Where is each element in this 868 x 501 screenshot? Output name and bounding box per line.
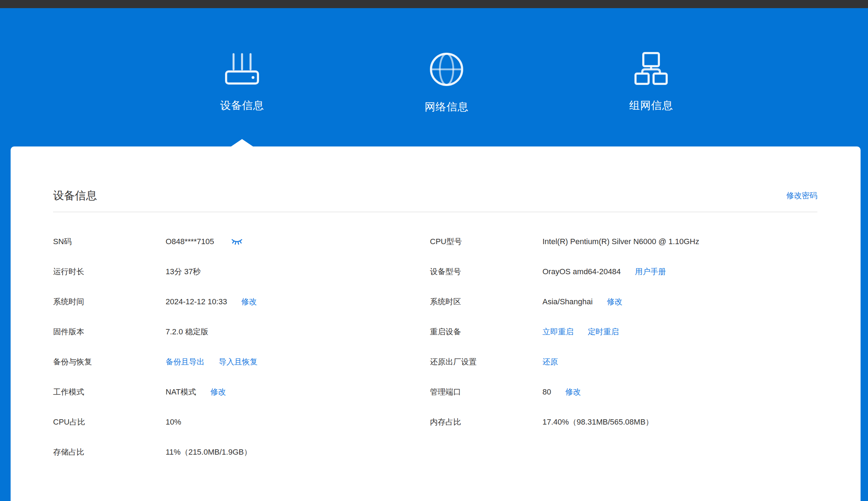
field-value: 13分 37秒 [166, 266, 201, 277]
card-title: 设备信息 [53, 188, 97, 203]
field-value: OrayOS amd64-20484 [542, 267, 621, 276]
field-value-group: O848****7105 [166, 237, 243, 246]
action-link[interactable]: 修改 [565, 387, 581, 397]
info-cell: SN码O848****7105 [53, 236, 430, 247]
info-cell: 固件版本7.2.0 稳定版 [53, 327, 430, 337]
field-label: 系统时间 [53, 296, 166, 307]
field-value: NAT模式 [166, 387, 196, 397]
globe-icon [429, 52, 464, 87]
action-link[interactable]: 修改 [607, 296, 622, 307]
info-cell: 运行时长13分 37秒 [53, 266, 430, 277]
field-value: 7.2.0 稳定版 [166, 327, 208, 337]
field-value: 80 [542, 387, 551, 397]
field-value: 2024-12-12 10:33 [166, 297, 227, 306]
field-label: 设备型号 [430, 266, 542, 277]
change-password-link[interactable]: 修改密码 [786, 190, 817, 201]
info-cell: 系统时间2024-12-12 10:33修改 [53, 296, 430, 307]
tab-device-info[interactable]: 设备信息 [189, 52, 295, 113]
field-value-group: OrayOS amd64-20484用户手册 [542, 266, 666, 277]
action-link[interactable]: 还原 [542, 357, 558, 367]
info-cell: CPU占比10% [53, 417, 430, 427]
field-value-group: Intel(R) Pentium(R) Silver N6000 @ 1.10G… [542, 237, 699, 246]
field-label: 管理端口 [430, 387, 542, 397]
info-cell: 重启设备立即重启定时重启 [430, 327, 817, 337]
field-value-group: 80修改 [542, 387, 581, 397]
info-row: 运行时长13分 37秒设备型号OrayOS amd64-20484用户手册 [53, 257, 817, 287]
field-label: 重启设备 [430, 327, 542, 337]
info-row: 固件版本7.2.0 稳定版重启设备立即重启定时重启 [53, 317, 817, 347]
info-cell: 管理端口80修改 [430, 387, 817, 397]
action-link[interactable]: 备份且导出 [166, 357, 205, 367]
field-label: 备份与恢复 [53, 357, 166, 367]
field-value-group: 13分 37秒 [166, 266, 201, 277]
info-row: CPU占比10%内存占比17.40%（98.31MB/565.08MB） [53, 407, 817, 437]
field-value: Asia/Shanghai [542, 297, 593, 306]
tab-mesh-info[interactable]: 组网信息 [598, 52, 704, 113]
field-value: Intel(R) Pentium(R) Silver N6000 @ 1.10G… [542, 237, 699, 246]
field-label: 固件版本 [53, 327, 166, 337]
action-link[interactable]: 用户手册 [635, 266, 666, 277]
field-value-group: Asia/Shanghai修改 [542, 296, 622, 307]
action-link[interactable]: 修改 [210, 387, 226, 397]
field-value: 10% [166, 418, 181, 427]
field-value: O848****7105 [166, 237, 214, 246]
tab-network-info[interactable]: 网络信息 [393, 52, 500, 114]
info-cell: 工作模式NAT模式修改 [53, 387, 430, 397]
field-label: 还原出厂设置 [430, 357, 542, 367]
field-label: 工作模式 [53, 387, 166, 397]
field-value-group: 17.40%（98.31MB/565.08MB） [542, 417, 653, 427]
field-value-group: 立即重启定时重启 [542, 327, 619, 337]
field-value-group: NAT模式修改 [166, 387, 226, 397]
field-label: 系统时区 [430, 296, 542, 307]
field-value: 17.40%（98.31MB/565.08MB） [542, 417, 653, 427]
tab-label: 组网信息 [598, 98, 704, 113]
info-cell: 还原出厂设置还原 [430, 357, 817, 367]
field-value-group: 2024-12-12 10:33修改 [166, 296, 257, 307]
field-value-group: 还原 [542, 357, 558, 367]
action-link[interactable]: 立即重启 [542, 327, 574, 337]
field-value-group: 11%（215.0MB/1.9GB） [166, 447, 252, 457]
info-cell: 备份与恢复备份且导出导入且恢复 [53, 357, 430, 367]
info-cell: 设备型号OrayOS amd64-20484用户手册 [430, 266, 817, 277]
active-tab-pointer [231, 139, 253, 146]
info-cell: 系统时区Asia/Shanghai修改 [430, 296, 817, 307]
info-row: 系统时间2024-12-12 10:33修改系统时区Asia/Shanghai修… [53, 287, 817, 317]
field-value-group: 7.2.0 稳定版 [166, 327, 208, 337]
field-value: 11%（215.0MB/1.9GB） [166, 447, 252, 457]
top-dark-bar [0, 0, 868, 8]
field-label: SN码 [53, 236, 166, 247]
info-grid: SN码O848****7105 CPU型号Intel(R) Pentium(R)… [53, 212, 817, 467]
info-cell: CPU型号Intel(R) Pentium(R) Silver N6000 @ … [430, 236, 817, 247]
info-cell: 内存占比17.40%（98.31MB/565.08MB） [430, 417, 817, 427]
field-label: CPU型号 [430, 236, 542, 247]
info-row: 工作模式NAT模式修改管理端口80修改 [53, 377, 817, 407]
field-value-group: 备份且导出导入且恢复 [166, 357, 258, 367]
action-link[interactable]: 导入且恢复 [219, 357, 258, 367]
info-cell: 存储占比11%（215.0MB/1.9GB） [53, 447, 430, 457]
action-link[interactable]: 定时重启 [588, 327, 619, 337]
info-row: 备份与恢复备份且导出导入且恢复还原出厂设置还原 [53, 347, 817, 377]
eye-closed-icon[interactable] [231, 238, 243, 246]
field-label: 存储占比 [53, 447, 166, 457]
info-row: SN码O848****7105 CPU型号Intel(R) Pentium(R)… [53, 226, 817, 257]
sitemap-icon [633, 52, 669, 86]
field-label: CPU占比 [53, 417, 166, 427]
tab-label: 设备信息 [189, 98, 295, 113]
field-value-group: 10% [166, 418, 181, 427]
router-icon [223, 52, 261, 86]
device-info-card: 设备信息 修改密码 SN码O848****7105 CPU型号Intel(R) … [11, 146, 861, 501]
field-label: 内存占比 [430, 417, 542, 427]
action-link[interactable]: 修改 [241, 296, 257, 307]
field-label: 运行时长 [53, 266, 166, 277]
info-row: 存储占比11%（215.0MB/1.9GB） [53, 437, 817, 467]
tab-label: 网络信息 [393, 100, 500, 114]
